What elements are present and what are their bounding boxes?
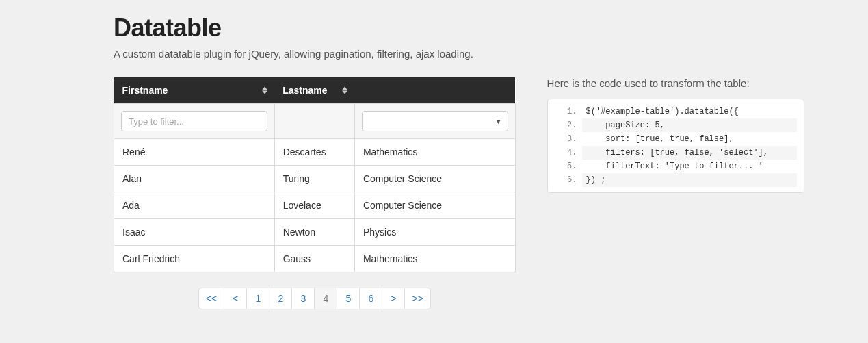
table-cell-first: Carl Friedrich bbox=[114, 246, 275, 272]
table-cell-last: Newton bbox=[274, 219, 354, 246]
filter-cell-firstname bbox=[114, 104, 275, 139]
pagination-page: 4 bbox=[314, 288, 337, 309]
code-line: }) ; bbox=[582, 173, 797, 187]
filter-input-firstname[interactable] bbox=[121, 111, 267, 131]
column-header-field bbox=[354, 77, 515, 104]
table-cell-field: Physics bbox=[354, 219, 515, 246]
pagination-page[interactable]: 3 bbox=[291, 288, 315, 309]
column-header-firstname[interactable]: Firstname bbox=[114, 77, 275, 104]
table-cell-last: Lovelace bbox=[274, 192, 354, 219]
column-header-label: Firstname bbox=[122, 85, 168, 96]
filter-select-field[interactable]: ▼ bbox=[362, 111, 508, 131]
table-row: AlanTuringComputer Science bbox=[114, 166, 516, 192]
code-list: $('#example-table').datatable({ pageSize… bbox=[548, 105, 797, 187]
table-cell-first: Isaac bbox=[114, 219, 275, 246]
filter-cell-lastname bbox=[274, 104, 354, 139]
pagination-page[interactable]: 1 bbox=[246, 288, 269, 309]
pagination-prev[interactable]: < bbox=[224, 288, 247, 309]
table-row: Carl FriedrichGaussMathematics bbox=[114, 246, 516, 272]
table-cell-last: Descartes bbox=[274, 139, 354, 166]
pagination: << < 123456> >> bbox=[114, 288, 516, 309]
pagination-first[interactable]: << bbox=[198, 288, 224, 309]
code-intro: Here is the code used to transform the t… bbox=[547, 77, 804, 89]
code-panel: $('#example-table').datatable({ pageSize… bbox=[547, 99, 804, 193]
table-cell-last: Turing bbox=[274, 166, 354, 192]
table-row: IsaacNewtonPhysics bbox=[114, 219, 516, 246]
filter-cell-field: ▼ bbox=[354, 104, 515, 139]
pagination-page[interactable]: 6 bbox=[359, 288, 382, 309]
code-line: $('#example-table').datatable({ bbox=[582, 105, 797, 118]
code-line: filters: [true, false, 'select'], bbox=[582, 146, 797, 160]
pagination-list: << < 123456> >> bbox=[198, 288, 431, 309]
table-cell-field: Computer Science bbox=[354, 166, 515, 192]
table-row: RenéDescartesMathematics bbox=[114, 139, 516, 166]
pagination-next[interactable]: > bbox=[382, 288, 405, 309]
table-row: AdaLovelaceComputer Science bbox=[114, 192, 516, 219]
sort-icon bbox=[262, 87, 267, 94]
code-line: filterText: 'Type to filter... ' bbox=[582, 160, 797, 173]
chevron-down-icon: ▼ bbox=[495, 118, 502, 125]
page-subtitle: A custom datatable plugin for jQuery, al… bbox=[114, 48, 804, 60]
column-header-lastname[interactable]: Lastname bbox=[274, 77, 354, 104]
pagination-page[interactable]: 2 bbox=[269, 288, 292, 309]
code-line: sort: [true, true, false], bbox=[582, 132, 797, 146]
pagination-page[interactable]: 5 bbox=[337, 288, 360, 309]
table-cell-first: Alan bbox=[114, 166, 275, 192]
table-cell-field: Mathematics bbox=[354, 139, 515, 166]
table-cell-first: Ada bbox=[114, 192, 275, 219]
code-line: pageSize: 5, bbox=[582, 118, 797, 132]
data-table: Firstname Lastname bbox=[114, 77, 516, 272]
table-cell-last: Gauss bbox=[274, 246, 354, 272]
pagination-last[interactable]: >> bbox=[404, 288, 430, 309]
page-title: Datatable bbox=[114, 14, 804, 42]
column-header-label: Lastname bbox=[282, 85, 327, 96]
sort-icon bbox=[342, 87, 347, 94]
table-cell-first: René bbox=[114, 139, 275, 166]
table-cell-field: Mathematics bbox=[354, 246, 515, 272]
table-cell-field: Computer Science bbox=[354, 192, 515, 219]
